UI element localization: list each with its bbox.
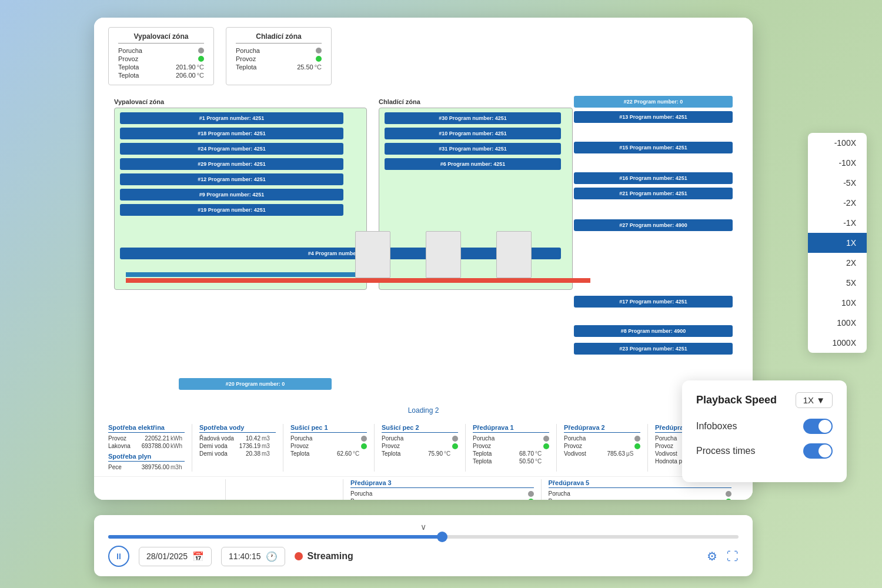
prog-bar-29: #29 Program number: 4251 (120, 158, 343, 170)
plyn-title: Spotřeba plyn (108, 453, 185, 462)
slider-fill (108, 535, 442, 539)
prog-bar-24: #24 Program number: 4251 (120, 143, 343, 155)
settings-button[interactable]: ⚙ (707, 549, 717, 563)
streaming-label: Streaming (308, 551, 353, 562)
sp2-provoz (452, 443, 458, 449)
timeline-slider[interactable] (108, 535, 739, 539)
machine-2 (426, 231, 461, 278)
pred3-section: Předúprava 3 Porucha Provoz Vodivost 27.… (343, 479, 542, 500)
prog-bar-8: #8 Program number: 4900 (574, 325, 733, 337)
machine-1 (355, 231, 390, 278)
p2-porucha (634, 436, 640, 442)
pause-icon: ⏸ (115, 552, 123, 561)
speed-option-1000x[interactable]: 1000X (808, 333, 867, 353)
pred1-title: Předúprava 1 (473, 424, 549, 433)
elektrina-lakovna: Lakovna 693788.00 kWh (108, 443, 185, 449)
expand-button[interactable]: ⛶ (727, 550, 739, 563)
prog-bar-10: #10 Program number: 4251 (385, 128, 561, 139)
elektrina-title: Spotřeba elektřina (108, 424, 185, 433)
vody-section: Spotřeba vody Řadová voda 10.42 m3 Demi … (192, 424, 283, 472)
prog-bar-15: #15 Program number: 4251 (574, 142, 733, 153)
conveyor-line-blue (126, 272, 361, 277)
prog-bar-1: #1 Program number: 4251 (120, 112, 343, 124)
speed-option-1x[interactable]: 1X (808, 233, 867, 253)
susicpec2-section: Sušicí pec 2 Porucha Provoz Teplota 75.9… (375, 424, 466, 472)
vypalovaci-zone-label: Vypalovací zóna (114, 98, 164, 105)
infoboxes-label: Infoboxes (696, 421, 737, 432)
prog-bar-13: #13 Program number: 4251 (574, 111, 733, 123)
prog-bar-20: #20 Program number: 0 (179, 378, 332, 390)
prog-bar-16: #16 Program number: 4251 (574, 172, 733, 184)
slider-thumb[interactable] (437, 532, 447, 542)
p1-porucha (543, 436, 549, 442)
speed-option-5x[interactable]: 5X (808, 273, 867, 293)
prog-bar-12: #12 Program number: 4251 (120, 173, 343, 185)
p2-provoz (634, 443, 640, 449)
process-times-label: Process times (696, 446, 755, 456)
speed-option-10x[interactable]: 10X (808, 293, 867, 313)
provoz-dot-2 (316, 56, 322, 62)
loading-text: Loading 2 (408, 406, 439, 415)
speed-option-minus1x[interactable]: -1X (808, 213, 867, 233)
elektrina-provoz: Provoz 22052.21 kWh (108, 435, 185, 442)
pred2-title: Předúprava 2 (564, 424, 640, 433)
speed-select-button[interactable]: 1X ▼ (796, 392, 833, 408)
pred1-section: Předúprava 1 Porucha Provoz Teplota 68.7… (466, 424, 557, 472)
info-row: Provoz (118, 55, 204, 62)
collapse-arrow[interactable]: ∨ (108, 522, 739, 532)
sp1-provoz (361, 443, 367, 449)
vypalovaci-title: Vypalovací zóna (118, 32, 204, 44)
slider-track (108, 535, 739, 539)
time-value: 11:40:15 (229, 552, 261, 561)
speed-option-minus100x[interactable]: -100X (808, 133, 867, 153)
vypalovaci-infobox: Vypalovací zóna Porucha Provoz Teplota 2… (108, 27, 214, 85)
prog-bar-22: #22 Program number: 0 (574, 96, 733, 108)
prog-bar-23: #23 Program number: 4251 (574, 343, 733, 355)
prog-bar-9: #9 Program number: 4251 (120, 189, 343, 201)
play-pause-button[interactable]: ⏸ (108, 546, 129, 567)
speed-row: Playback Speed 1X ▼ (696, 392, 833, 408)
prog-bar-19: #19 Program number: 4251 (120, 204, 343, 216)
p3-porucha (528, 491, 534, 497)
prog-bar-6: #6 Program number: 4251 (385, 158, 561, 170)
chladici-title: Chladící zóna (236, 32, 322, 44)
speed-option-minus10x[interactable]: -10X (808, 153, 867, 173)
infoboxes-toggle-row: Infoboxes (696, 419, 833, 434)
info-row: Teplota 201.90 °C (118, 64, 204, 71)
streaming-badge: Streaming (295, 551, 353, 562)
vody-title: Spotřeba vody (199, 424, 276, 433)
process-times-toggle[interactable] (803, 443, 833, 459)
speed-option-2x[interactable]: 2X (808, 253, 867, 273)
porucha-dot-2 (316, 48, 322, 54)
streaming-dot (295, 552, 303, 560)
info-row: Teplota 206.00 °C (118, 72, 204, 79)
sp2-porucha (452, 436, 458, 442)
p3-provoz (528, 499, 534, 500)
date-input[interactable]: 28/01/2025 📅 (139, 547, 212, 566)
p5-provoz (726, 499, 731, 500)
info-row: Porucha (118, 47, 204, 54)
player-controls: ⏸ 28/01/2025 📅 11:40:15 🕐 Streaming ⚙ ⛶ (108, 546, 739, 567)
speed-option-100x[interactable]: 100X (808, 313, 867, 333)
calendar-icon: 📅 (192, 551, 204, 562)
info-row: Provoz (236, 55, 322, 62)
susicpec2-title: Sušicí pec 2 (382, 424, 458, 433)
conveyor-line-red (126, 278, 590, 283)
prog-bar-18: #18 Program number: 4251 (120, 128, 343, 139)
p1-provoz (543, 443, 549, 449)
speed-option-minus2x[interactable]: -2X (808, 193, 867, 213)
scada-main-card: Vypalovací zóna Porucha Provoz Teplota 2… (94, 18, 753, 500)
prog-bar-27: #27 Program number: 4900 (574, 219, 733, 231)
elektrina-section: Spotřeba elektřina Provoz 22052.21 kWh L… (108, 424, 192, 472)
sp1-porucha (361, 436, 367, 442)
speed-option-minus5x[interactable]: -5X (808, 173, 867, 193)
machine-3 (496, 231, 532, 278)
porucha-dot-1 (198, 48, 204, 54)
pred2-section: Předúprava 2 Porucha Provoz Vodivost 785… (557, 424, 648, 472)
time-input[interactable]: 11:40:15 🕐 (221, 547, 285, 566)
susicpec1-section: Sušicí pec 1 Porucha Provoz Teplota 62.6… (283, 424, 375, 472)
spacer-section (108, 479, 226, 500)
chevron-down-icon: ▼ (816, 395, 825, 405)
playback-speed-label: Playback Speed (696, 394, 777, 406)
infoboxes-toggle[interactable] (803, 419, 833, 434)
